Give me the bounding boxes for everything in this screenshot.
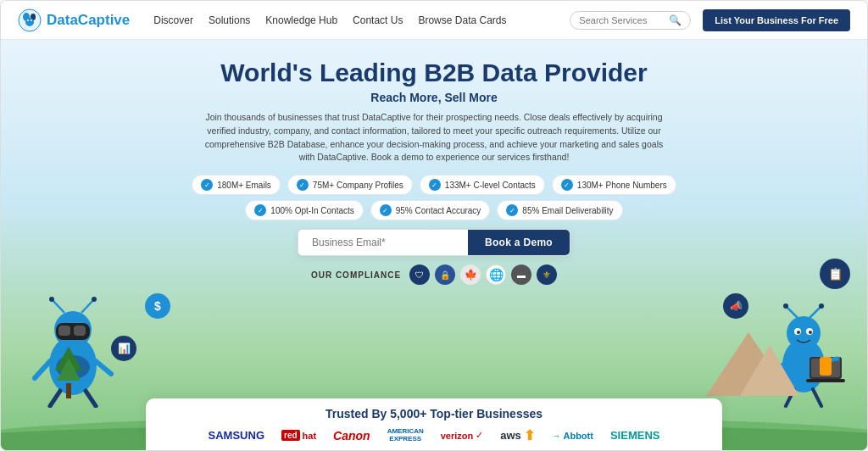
svg-rect-10: [74, 326, 86, 336]
check-icon: ✓: [201, 179, 213, 191]
page-wrapper: DataCaptive Discover Solutions Knowledge…: [0, 0, 868, 451]
badges-row-2: ✓ 100% Opt-In Contacts ✓ 95% Contact Acc…: [245, 200, 622, 220]
brand-aws: aws ⬆: [500, 427, 535, 443]
hero-title: World's Leading B2B Data Provider: [220, 58, 647, 87]
gdpr-shield-icon: 🛡: [409, 264, 430, 285]
svg-rect-9: [58, 326, 70, 336]
eagle-seal-icon: ⚜: [537, 264, 557, 285]
logo[interactable]: DataCaptive: [18, 8, 130, 32]
svg-point-5: [31, 19, 32, 21]
badge-optin: ✓ 100% Opt-In Contacts: [245, 200, 363, 220]
navbar: DataCaptive Discover Solutions Knowledge…: [1, 1, 867, 40]
search-icon: 🔍: [669, 14, 682, 26]
compliance-color-icon: 🌐: [486, 264, 506, 285]
brand-verizon: verizon✓: [441, 430, 484, 441]
logo-icon: [18, 8, 42, 32]
hero-section: World's Leading B2B Data Provider Reach …: [1, 40, 867, 450]
logo-text: DataCaptive: [47, 12, 130, 29]
check-icon: ✓: [380, 204, 392, 216]
svg-point-14: [92, 297, 97, 302]
trusted-title: Trusted By 5,000+ Top-tier Businesses: [166, 407, 702, 420]
brand-abbott: → Abbott: [552, 431, 593, 441]
nav-contact[interactable]: Contact Us: [353, 14, 403, 26]
brand-american-express: AMERICANEXPRESS: [387, 428, 424, 443]
check-icon: ✓: [297, 179, 309, 191]
hero-subtitle: Reach More, Sell More: [370, 91, 497, 104]
nav-browse[interactable]: Browse Data Cards: [418, 14, 506, 26]
check-icon: ✓: [506, 204, 518, 216]
svg-line-16: [96, 361, 111, 374]
brand-siemens: SIEMENS: [610, 429, 660, 442]
search-bar: 🔍: [570, 11, 691, 30]
canada-icon: 🍁: [460, 264, 481, 285]
nav-solutions[interactable]: Solutions: [209, 14, 250, 26]
badge-company-profiles: ✓ 75M+ Company Profiles: [287, 175, 413, 195]
svg-point-29: [819, 303, 824, 309]
chart-icon: 📊: [111, 336, 136, 361]
brand-samsung: SAMSUNG: [209, 429, 264, 442]
compliance-badge-icon: 🔒: [435, 264, 455, 285]
email-input[interactable]: [298, 230, 468, 255]
search-input[interactable]: [579, 15, 664, 25]
mountain-decoration: [698, 328, 799, 399]
svg-line-11: [52, 299, 64, 313]
badge-clevel: ✓ 133M+ C-level Contacts: [420, 175, 545, 195]
book-demo-button[interactable]: Book a Demo: [468, 230, 570, 255]
email-form: Book a Demo: [298, 229, 570, 256]
hero-description: Join thousands of businesses that trust …: [197, 111, 671, 164]
brand-redhat: redhat: [281, 430, 316, 441]
svg-line-15: [35, 361, 50, 378]
svg-point-25: [809, 331, 812, 334]
badge-emails: ✓ 180M+ Emails: [192, 175, 281, 195]
tree-decoration: [52, 345, 86, 404]
brand-canon: Canon: [333, 429, 370, 443]
svg-rect-32: [806, 379, 845, 382]
check-icon: ✓: [254, 204, 266, 216]
brand-logos: SAMSUNG redhat Canon AMERICANEXPRESS ver…: [166, 427, 702, 443]
megaphone-icon: 📣: [723, 293, 748, 319]
trusted-section: Trusted By 5,000+ Top-tier Businesses SA…: [146, 398, 722, 450]
badges-row-1: ✓ 180M+ Emails ✓ 75M+ Company Profiles ✓…: [192, 175, 676, 195]
nav-discover[interactable]: Discover: [153, 14, 193, 26]
nav-knowledge[interactable]: Knowledge Hub: [265, 14, 337, 26]
check-icon: ✓: [561, 179, 573, 191]
clipboard-icon: 📋: [820, 259, 850, 289]
badge-accuracy: ✓ 95% Contact Accuracy: [370, 200, 491, 220]
dollar-icon: $: [145, 293, 170, 319]
compliance-gray-icon: ▬: [511, 264, 531, 285]
svg-point-12: [49, 297, 54, 302]
svg-rect-40: [66, 383, 71, 398]
svg-rect-37: [820, 357, 832, 376]
svg-point-4: [27, 19, 29, 21]
list-business-button[interactable]: List Your Business For Free: [703, 9, 850, 31]
compliance-label: OUR COMPLIANCE: [311, 270, 401, 280]
compliance-row: OUR COMPLIANCE 🛡 🔒 🍁 🌐 ▬ ⚜: [311, 264, 557, 285]
compliance-icons: 🛡 🔒 🍁 🌐 ▬ ⚜: [409, 264, 557, 285]
badge-deliverability: ✓ 85% Email Deliverability: [497, 200, 622, 220]
nav-links: Discover Solutions Knowledge Hub Contact…: [153, 14, 570, 26]
badge-phones: ✓ 130M+ Phone Numbers: [552, 175, 676, 195]
svg-point-3: [25, 18, 34, 26]
svg-line-13: [81, 299, 94, 313]
svg-point-27: [783, 303, 788, 309]
check-icon: ✓: [429, 179, 441, 191]
